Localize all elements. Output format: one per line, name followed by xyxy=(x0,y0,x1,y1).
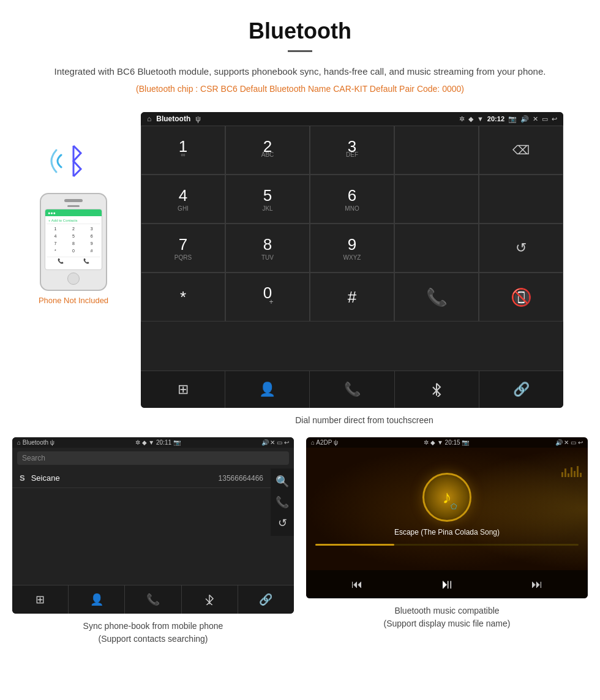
dial-caption: Dial number direct from touchscreen xyxy=(141,408,588,437)
dial-empty-4 xyxy=(394,224,479,273)
music-status-bar: ⌂ A2DP ψ ✲ ◆ ▼ 20:15 📷 🔊 ✕ ▭ ↩ xyxy=(306,437,588,448)
music-status-center: ✲ ◆ ▼ 20:15 📷 xyxy=(424,439,469,446)
dial-key-hash[interactable]: # xyxy=(310,273,394,322)
dial-reload-button[interactable]: ↺ xyxy=(479,224,563,273)
bluetooth-specs: (Bluetooth chip : CSR BC6 Default Blueto… xyxy=(24,84,576,94)
music-play-pause-button[interactable]: ⏯ xyxy=(440,576,454,592)
phonebook-block: ⌂ Bluetooth ψ ✲ ◆ ▼ 20:11 📷 🔊 ✕ ▭ ↩ Sear… xyxy=(12,437,294,645)
phone-speaker xyxy=(64,199,83,202)
dial-grid: 1∞ 2ABC 3DEF ⌫ 4GHI 5JKL xyxy=(141,126,563,371)
music-prev-button[interactable]: ⏮ xyxy=(351,578,362,591)
car-bottom-nav: ⊞ 👤 📞 🔗 xyxy=(141,371,563,408)
pb-status-left: ⌂ Bluetooth ψ xyxy=(17,439,54,446)
pb-nav-grid[interactable]: ⊞ xyxy=(12,585,69,614)
dial-key-9[interactable]: 9WXYZ xyxy=(310,224,394,273)
car-dial-screen: ⌂ Bluetooth ψ ✲ ◆ ▼ 20:12 📷 🔊 ✕ ▭ ↩ xyxy=(141,112,563,408)
pb-contact-row[interactable]: S Seicane 13566664466 xyxy=(12,469,271,488)
page-title: Bluetooth xyxy=(24,18,576,44)
close-icon[interactable]: ✕ xyxy=(533,115,538,123)
music-equalizer xyxy=(561,466,582,477)
pb-right-icons: 🔍 📞 ↺ xyxy=(271,469,294,536)
music-caption-line2: (Support display music file name) xyxy=(384,619,511,628)
pb-phone-icon[interactable]: 📞 xyxy=(276,495,289,509)
phone-home-button xyxy=(67,273,80,285)
pb-status-center: ✲ ◆ ▼ 20:11 📷 xyxy=(135,439,181,446)
page-header: Bluetooth Integrated with BC6 Bluetooth … xyxy=(0,0,600,112)
dial-key-2[interactable]: 2ABC xyxy=(225,126,310,175)
status-bar: ⌂ Bluetooth ψ ✲ ◆ ▼ 20:12 📷 🔊 ✕ ▭ ↩ xyxy=(141,112,563,126)
pb-nav-bluetooth[interactable] xyxy=(182,585,238,614)
dial-key-8[interactable]: 8TUV xyxy=(225,224,310,273)
nav-link-button[interactable]: 🔗 xyxy=(479,371,563,408)
pb-status-bar: ⌂ Bluetooth ψ ✲ ◆ ▼ 20:11 📷 🔊 ✕ ▭ ↩ xyxy=(12,437,294,448)
pb-nav-person[interactable]: 👤 xyxy=(69,585,125,614)
phonebook-caption-line1: Sync phone-book from mobile phone xyxy=(83,621,223,631)
bottom-screenshots: ⌂ Bluetooth ψ ✲ ◆ ▼ 20:11 📷 🔊 ✕ ▭ ↩ Sear… xyxy=(0,437,600,658)
contact-number: 13566664466 xyxy=(219,474,263,483)
dial-empty-3 xyxy=(479,175,563,224)
pb-nav-link[interactable]: 🔗 xyxy=(238,585,294,614)
music-controls: ⏮ ⏯ ⏭ xyxy=(306,570,588,598)
pb-area: S Seicane 13566664466 🔍 📞 ↺ xyxy=(12,469,294,536)
phone-mockup: ●●● MOTO + Add to Contacts 123 456 789 *… xyxy=(40,193,107,291)
dial-backspace-button[interactable]: ⌫ xyxy=(479,126,563,175)
status-left: ⌂ Bluetooth ψ xyxy=(147,115,201,123)
contact-name: Seicane xyxy=(31,473,219,483)
music-content: ♪ ⬠ Escape (The Pina Colada Song) xyxy=(306,448,588,570)
volume-icon[interactable]: 🔊 xyxy=(520,115,529,123)
dial-call-green-button[interactable]: 📞 xyxy=(394,273,479,322)
dial-key-0[interactable]: 0+ xyxy=(225,273,310,322)
main-content: ●●● MOTO + Add to Contacts 123 456 789 *… xyxy=(0,112,600,437)
nav-grid-button[interactable]: ⊞ xyxy=(141,371,225,408)
gps-icon: ◆ xyxy=(468,115,473,123)
dial-key-7[interactable]: 7PQRS xyxy=(141,224,225,273)
call-red-icon: 📵 xyxy=(511,287,532,307)
phonebook-screenshot: ⌂ Bluetooth ψ ✲ ◆ ▼ 20:11 📷 🔊 ✕ ▭ ↩ Sear… xyxy=(12,437,294,614)
camera-icon[interactable]: 📷 xyxy=(508,115,517,123)
call-green-icon: 📞 xyxy=(426,287,448,307)
home-icon[interactable]: ⌂ xyxy=(147,115,151,123)
phone-screen: ●●● MOTO + Add to Contacts 123 456 789 *… xyxy=(45,209,102,270)
window-icon[interactable]: ▭ xyxy=(542,115,548,123)
backspace-icon: ⌫ xyxy=(512,143,530,157)
pb-nav-phone[interactable]: 📞 xyxy=(125,585,181,614)
bluetooth-status-icon: ✲ xyxy=(459,115,465,123)
dial-key-1[interactable]: 1∞ xyxy=(141,126,225,175)
time-display: 20:12 xyxy=(487,115,504,122)
nav-phone-button[interactable]: 📞 xyxy=(310,371,394,408)
pb-bottom-nav: ⊞ 👤 📞 🔗 xyxy=(12,585,294,614)
music-progress-fill xyxy=(315,544,394,546)
pb-list-area: S Seicane 13566664466 xyxy=(12,469,271,536)
dial-empty-2 xyxy=(394,175,479,224)
reload-icon: ↺ xyxy=(516,240,527,256)
music-caption: Bluetooth music compatible (Support disp… xyxy=(306,604,588,630)
pb-status-right: 🔊 ✕ ▭ ↩ xyxy=(261,439,289,446)
contact-letter: S xyxy=(20,473,25,483)
music-screenshot: ⌂ A2DP ψ ✲ ◆ ▼ 20:15 📷 🔊 ✕ ▭ ↩ ♪ ⬠ Escap… xyxy=(306,437,588,598)
pb-spacer xyxy=(12,536,294,585)
pb-reload-icon[interactable]: ↺ xyxy=(278,516,287,530)
dial-key-4[interactable]: 4GHI xyxy=(141,175,225,224)
bluetooth-title: Bluetooth xyxy=(156,115,190,123)
dial-key-6[interactable]: 6MNO xyxy=(310,175,394,224)
music-next-button[interactable]: ⏭ xyxy=(531,578,542,591)
music-block: ⌂ A2DP ψ ✲ ◆ ▼ 20:15 📷 🔊 ✕ ▭ ↩ ♪ ⬠ Escap… xyxy=(306,437,588,645)
dial-empty-1 xyxy=(394,126,479,175)
back-icon[interactable]: ↩ xyxy=(552,115,557,123)
dial-key-3[interactable]: 3DEF xyxy=(310,126,394,175)
status-right: ✲ ◆ ▼ 20:12 📷 🔊 ✕ ▭ ↩ xyxy=(459,115,557,123)
phonebook-caption: Sync phone-book from mobile phone (Suppo… xyxy=(12,620,294,645)
music-status-left: ⌂ A2DP ψ xyxy=(311,439,338,446)
page-description: Integrated with BC6 Bluetooth module, su… xyxy=(24,64,576,79)
dial-key-star[interactable]: * xyxy=(141,273,225,322)
phonebook-caption-line2: (Support contacts searching) xyxy=(99,634,208,644)
nav-person-button[interactable]: 👤 xyxy=(225,371,310,408)
pb-search-icon[interactable]: 🔍 xyxy=(276,475,289,488)
phone-not-included-label: Phone Not Included xyxy=(39,296,108,305)
pb-search-bar[interactable]: Search xyxy=(17,451,289,465)
nav-bluetooth-button[interactable] xyxy=(395,371,479,408)
signal-icon: ▼ xyxy=(477,115,484,122)
dial-call-red-button[interactable]: 📵 xyxy=(479,273,563,322)
usb-icon: ψ xyxy=(195,115,201,123)
dial-key-5[interactable]: 5JKL xyxy=(225,175,310,224)
